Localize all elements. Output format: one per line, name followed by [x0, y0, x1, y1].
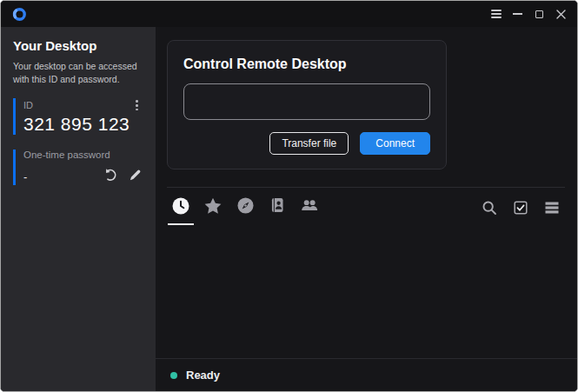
statusbar: Ready: [156, 358, 577, 391]
control-card-title: Control Remote Desktop: [183, 56, 430, 72]
one-time-password-section: One-time password -: [13, 149, 143, 185]
tab-discovered[interactable]: [232, 197, 258, 225]
maximize-button[interactable]: [528, 1, 550, 27]
app-logo-icon: [11, 6, 27, 22]
compass-icon: [237, 197, 254, 217]
sessions-toolbar: [156, 188, 577, 225]
clock-icon: [172, 197, 189, 218]
id-section: ID 321 895 123: [13, 98, 143, 135]
control-remote-desktop-card: Control Remote Desktop Transfer file Con…: [167, 40, 447, 169]
desktop-id-value: 321 895 123: [23, 114, 143, 135]
minimize-button[interactable]: [507, 1, 528, 27]
tab-group[interactable]: [296, 197, 322, 225]
session-list-empty-area: [156, 225, 577, 358]
refresh-password-icon[interactable]: [103, 168, 117, 185]
star-icon: [204, 197, 222, 218]
tab-address-book[interactable]: [264, 197, 290, 225]
otp-value: -: [23, 170, 27, 183]
connect-button[interactable]: Connect: [360, 132, 430, 155]
list-view-icon[interactable]: [540, 197, 564, 218]
transfer-file-button[interactable]: Transfer file: [269, 132, 349, 155]
status-text: Ready: [186, 369, 220, 382]
menu-icon[interactable]: [485, 1, 507, 27]
status-dot-icon: [170, 372, 177, 379]
people-group-icon: [300, 197, 319, 216]
titlebar: [1, 1, 577, 27]
edit-password-pencil-icon[interactable]: [129, 169, 142, 185]
main-panel: Control Remote Desktop Transfer file Con…: [156, 27, 577, 391]
rustdesk-window: Your Desktop Your desktop can be accesse…: [0, 0, 578, 392]
sidebar-title: Your Desktop: [13, 38, 143, 53]
your-desktop-sidebar: Your Desktop Your desktop can be accesse…: [1, 27, 156, 391]
id-label: ID: [23, 100, 33, 110]
id-menu-kebab-icon[interactable]: [134, 98, 140, 112]
search-icon[interactable]: [477, 197, 502, 218]
close-button[interactable]: [550, 1, 572, 27]
remote-id-input[interactable]: [183, 83, 430, 120]
otp-label: One-time password: [23, 149, 143, 160]
sidebar-description: Your desktop can be accessed with this I…: [13, 60, 143, 86]
select-checkbox-icon[interactable]: [508, 197, 533, 218]
tab-favorites[interactable]: [200, 197, 226, 225]
tab-recent-sessions[interactable]: [168, 197, 194, 225]
address-book-icon: [269, 197, 285, 216]
